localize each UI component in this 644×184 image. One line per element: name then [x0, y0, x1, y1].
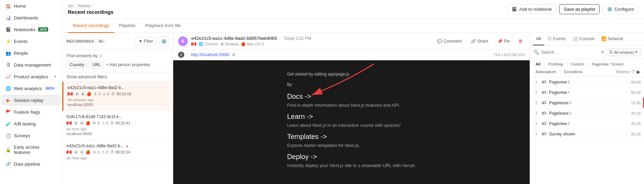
- page-title: Recent recordings: [68, 9, 114, 15]
- add-property-button[interactable]: + Add person properties: [106, 62, 150, 67]
- product-analytics-icon: 📈: [6, 74, 11, 79]
- plus-icon[interactable]: +: [54, 74, 56, 79]
- pin-label: Pin: [504, 39, 510, 44]
- events-tab-events[interactable]: ☷ Events: [544, 33, 569, 45]
- url-link[interactable]: http://localhost:3000/: [191, 52, 229, 57]
- sidebar-item-web-analytics[interactable]: 🌐 Web analytics BETA: [1, 83, 61, 94]
- filter-tag-exceptions[interactable]: Exceptions: [562, 69, 585, 75]
- feature-flags-icon: 🚩: [6, 109, 11, 115]
- share-label: Share: [477, 39, 488, 44]
- mouse-icon: 🖱: [94, 92, 97, 96]
- events-list: 1 🏷 Pageview / 00:00 2 🏷 Pageview / 00:3…: [530, 77, 644, 184]
- recording-main: E e42e21c5-ea1c-4d8e-8ad2-b8957beb4069 ·…: [173, 33, 530, 184]
- recording-item[interactable]: 018c17c8-81d6-7142-9c1f-e... 🇨🇦 🖥 🖥 🍎 🖱 …: [62, 111, 173, 140]
- apple-icon: 🍎: [241, 42, 246, 46]
- device-name: Desktop: [225, 42, 239, 46]
- apple-icon: 🍎: [86, 121, 90, 125]
- preview-link-2: Learn -> Learn about Next.js in an inter…: [287, 113, 416, 128]
- recording-url: localhost:3000/: [67, 132, 92, 136]
- recordings-header: RECORDINGS 4+ ▼ Filter ⚙️: [62, 33, 173, 50]
- filter-tag-url[interactable]: URL: [89, 61, 104, 69]
- filter-tag-custom[interactable]: Custom: [568, 61, 586, 67]
- events-tab-all[interactable]: All: [533, 33, 544, 45]
- event-item[interactable]: 2 🏷 Pageview / 00:39: [530, 87, 644, 98]
- sidebar-item-label: Data pipeline: [14, 161, 40, 167]
- share-button[interactable]: 🔗 Share: [468, 37, 491, 45]
- gear-icon: ⚙️: [607, 7, 612, 12]
- preview-link-title-4[interactable]: Deploy ->: [287, 153, 416, 161]
- clock-icon: ⏱: [111, 92, 115, 96]
- windows-dropdown[interactable]: ☰ All windows ▾: [606, 48, 641, 56]
- pin-button[interactable]: 📌 Pin: [495, 37, 513, 45]
- filter-tag-posthog[interactable]: PostHog: [546, 61, 565, 67]
- filter-button[interactable]: ▼ Filter: [135, 37, 156, 45]
- people-icon: 👥: [6, 50, 11, 56]
- sidebar-item-surveys[interactable]: 📋 Surveys: [1, 130, 61, 141]
- preview-link-title-2[interactable]: Learn ->: [287, 113, 416, 121]
- desktop-icon: 🖥: [80, 121, 83, 125]
- sidebar-item-notebooks[interactable]: 📓 Notebooks NEW: [1, 24, 61, 35]
- event-item[interactable]: 2 🏷 Pageleave / 15:35: [530, 98, 644, 108]
- recording-info-bar: E e42e21c5-ea1c-4d8e-8ad2-b8957beb4069 ·…: [173, 33, 530, 50]
- desktop-icon: 🖥: [80, 150, 83, 154]
- advanced-filters-toggle[interactable]: Show advanced filters: [62, 72, 173, 82]
- tab-playback[interactable]: Playback from file: [140, 19, 186, 33]
- sidebar-item-product-analytics[interactable]: 📈 Product analytics +: [1, 71, 61, 82]
- filter-tag-country[interactable]: Country: [67, 61, 87, 69]
- ab-testing-icon: 🧪: [6, 121, 11, 126]
- relative-label: Relative: [616, 70, 630, 74]
- sidebar-item-session-replay[interactable]: ▶ Session replay: [1, 95, 61, 106]
- sidebar-item-label: A/B testing: [14, 121, 36, 126]
- preview-link-3: Templates -> Explore starter templates f…: [287, 133, 416, 148]
- save-as-playlist-button[interactable]: Save as playlist: [559, 4, 599, 14]
- preview-link-title-3[interactable]: Templates ->: [287, 133, 416, 141]
- sidebar-item-data-pipeline[interactable]: 🔗 Data pipeline: [1, 158, 61, 169]
- url-step-number: 1: [178, 52, 184, 58]
- sidebar-item-people[interactable]: 👥 People: [1, 47, 61, 59]
- sidebar-item-data-management[interactable]: 🗄 Data management: [1, 59, 61, 70]
- sidebar-item-label: Home: [14, 3, 26, 9]
- add-to-notebook-button[interactable]: 📓 Add to notebook: [507, 4, 557, 14]
- copy-icon[interactable]: ⧉: [232, 52, 235, 57]
- comment-button[interactable]: 💬 Comment: [434, 37, 465, 45]
- event-item[interactable]: 1 🏷 Pageleave / 20:19: [530, 108, 644, 119]
- events-search-input[interactable]: [541, 50, 599, 55]
- sidebar-item-ab-testing[interactable]: 🧪 A/B testing: [1, 118, 61, 129]
- pageleave-icon: 🏷: [542, 111, 546, 116]
- apple-icon: 🍎: [87, 92, 91, 96]
- play-icon[interactable]: ▶: [637, 69, 641, 75]
- error-count: ⚠ 0: [103, 92, 109, 96]
- chrome-icon: 🌐: [199, 42, 203, 46]
- event-item[interactable]: 1 🏷 Survey shown 20:28: [530, 129, 644, 139]
- sidebar-item-events[interactable]: ⚡ Events: [1, 36, 61, 47]
- sidebar-item-feature-flags[interactable]: 🚩 Feature flags: [1, 106, 61, 117]
- sidebar-item-home[interactable]: 🏠 Home: [1, 0, 61, 11]
- event-count: 1: [533, 132, 539, 136]
- browser-name: Chrome: [204, 42, 218, 46]
- delete-button[interactable]: 🗑: [516, 37, 525, 45]
- recordings-settings-button[interactable]: ⚙️: [159, 36, 169, 46]
- filter-tag-all[interactable]: All: [533, 61, 542, 67]
- preview-link-title-1[interactable]: Docs ->: [287, 93, 416, 100]
- event-item[interactable]: 1 🏷 Pageview / 20:28: [530, 119, 644, 129]
- survey-icon: 🏷: [542, 131, 546, 137]
- tab-recent-recordings[interactable]: Recent recordings: [68, 19, 114, 33]
- recordings-count: 4+: [97, 39, 106, 44]
- recording-item[interactable]: e42e21c5-ea1c-4d8e-8ad2-b... 🇨🇦 🖥 🖥 🍎 🖱 …: [62, 82, 173, 111]
- recording-item[interactable]: e42e21c5-ea1c-4d8e-8ad2-b... ● 🇨🇦 🖥 🖥 🍎 …: [62, 140, 173, 164]
- filter-sep: |: [559, 70, 561, 74]
- events-tab-console[interactable]: ⬜ Console: [569, 33, 598, 45]
- filter-sep: |: [544, 62, 545, 66]
- breadcrumb-howdy[interactable]: Howdy: [78, 3, 90, 8]
- events-tab-network[interactable]: 📶 Network: [598, 33, 627, 45]
- sidebar-item-early-access[interactable]: 🔓 Early access features: [1, 142, 61, 158]
- breadcrumb-ian[interactable]: Ian: [68, 3, 74, 8]
- configure-button[interactable]: ⚙️ Configure: [602, 4, 638, 14]
- event-time: 20:28: [631, 132, 641, 136]
- recording-meta: 🇨🇦 🖥 🖥 🍎 🖱 3 ⚠ 0 ⏱: [68, 91, 169, 96]
- filter-tag-pageview[interactable]: Pageview / Screen: [590, 61, 626, 67]
- sidebar-item-dashboards[interactable]: 📊 Dashboards: [1, 12, 61, 23]
- event-item[interactable]: 1 🏷 Pageview / 00:00: [530, 77, 644, 87]
- tab-playlists[interactable]: Playlists: [114, 19, 141, 33]
- filter-tag-autocapture[interactable]: Autocapture: [533, 69, 558, 75]
